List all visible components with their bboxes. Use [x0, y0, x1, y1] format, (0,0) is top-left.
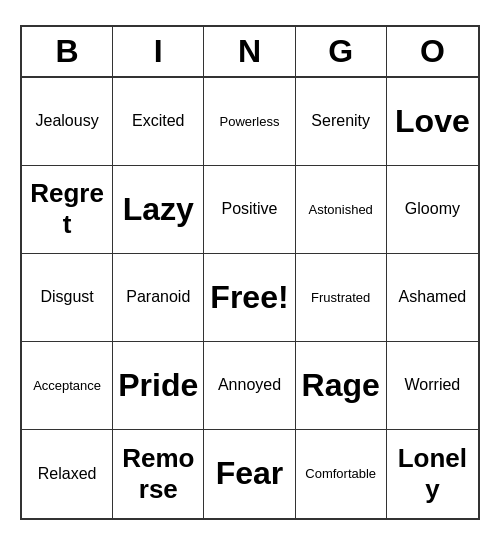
header-letter: I: [113, 27, 204, 76]
bingo-cell: Love: [387, 78, 478, 166]
bingo-cell: Disgust: [22, 254, 113, 342]
bingo-cell: Acceptance: [22, 342, 113, 430]
bingo-cell: Pride: [113, 342, 204, 430]
bingo-cell: Paranoid: [113, 254, 204, 342]
bingo-cell: Astonished: [296, 166, 387, 254]
bingo-header: BINGO: [22, 27, 478, 78]
bingo-cell: Ashamed: [387, 254, 478, 342]
bingo-cell: Excited: [113, 78, 204, 166]
bingo-cell: Annoyed: [204, 342, 295, 430]
bingo-card: BINGO JealousyExcitedPowerlessSerenityLo…: [20, 25, 480, 520]
header-letter: G: [296, 27, 387, 76]
bingo-cell: Lazy: [113, 166, 204, 254]
header-letter: N: [204, 27, 295, 76]
bingo-cell: Free!: [204, 254, 295, 342]
bingo-cell: Frustrated: [296, 254, 387, 342]
bingo-cell: Gloomy: [387, 166, 478, 254]
bingo-cell: Relaxed: [22, 430, 113, 518]
header-letter: B: [22, 27, 113, 76]
bingo-cell: Regret: [22, 166, 113, 254]
bingo-cell: Powerless: [204, 78, 295, 166]
bingo-cell: Fear: [204, 430, 295, 518]
bingo-cell: Serenity: [296, 78, 387, 166]
bingo-cell: Worried: [387, 342, 478, 430]
bingo-cell: Remorse: [113, 430, 204, 518]
bingo-cell: Rage: [296, 342, 387, 430]
bingo-grid: JealousyExcitedPowerlessSerenityLoveRegr…: [22, 78, 478, 518]
bingo-cell: Comfortable: [296, 430, 387, 518]
bingo-cell: Jealousy: [22, 78, 113, 166]
header-letter: O: [387, 27, 478, 76]
bingo-cell: Lonely: [387, 430, 478, 518]
bingo-cell: Positive: [204, 166, 295, 254]
